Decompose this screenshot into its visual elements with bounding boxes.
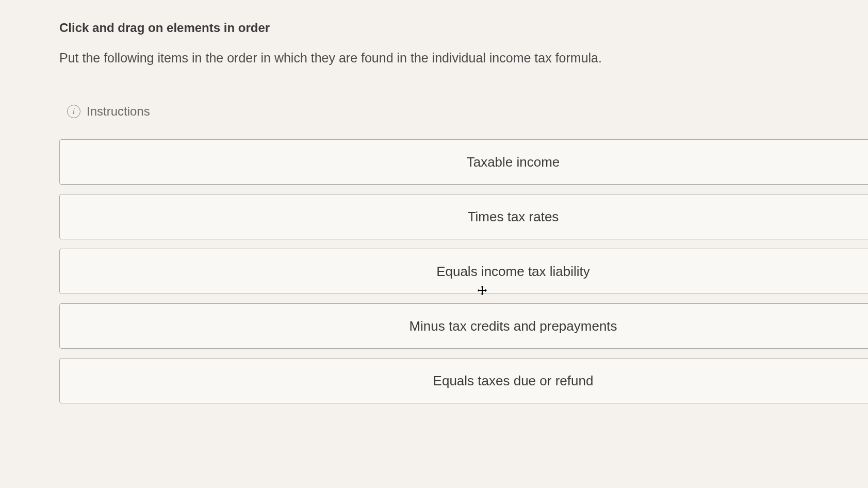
drag-item-income-tax-liability[interactable]: Equals income tax liability (59, 249, 868, 294)
instruction-prompt: Put the following items in the order in … (59, 51, 868, 66)
drag-list: Taxable income Times tax rates Equals in… (59, 139, 868, 403)
drag-item-label: Taxable income (467, 154, 560, 170)
instructions-label: Instructions (87, 104, 150, 119)
drag-item-minus-credits[interactable]: Minus tax credits and prepayments (59, 303, 868, 349)
drag-item-taxable-income[interactable]: Taxable income (59, 139, 868, 185)
drag-item-label: Equals taxes due or refund (433, 373, 594, 389)
instructions-button[interactable]: i Instructions (59, 104, 868, 119)
drag-item-label: Minus tax credits and prepayments (409, 318, 617, 334)
drag-item-label: Equals income tax liability (436, 264, 590, 280)
instruction-title: Click and drag on elements in order (59, 21, 868, 35)
drag-item-taxes-due-refund[interactable]: Equals taxes due or refund (59, 358, 868, 403)
drag-item-times-tax-rates[interactable]: Times tax rates (59, 194, 868, 239)
info-icon: i (67, 105, 80, 118)
drag-item-label: Times tax rates (468, 209, 559, 225)
